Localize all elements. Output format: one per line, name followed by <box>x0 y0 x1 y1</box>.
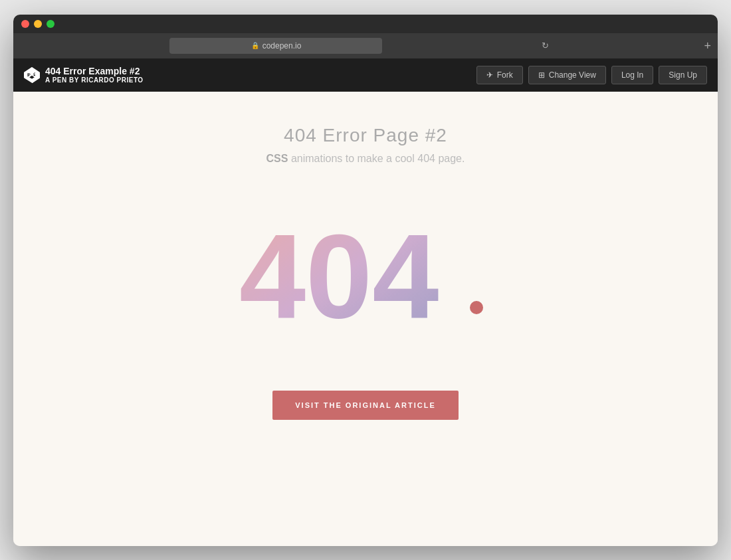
refresh-icon[interactable]: ↻ <box>542 41 549 50</box>
page-subtitle: CSS animations to make a cool 404 page. <box>266 153 465 165</box>
error-404-svg: 404 <box>233 205 498 337</box>
codepen-logo-icon <box>24 67 40 83</box>
pen-title: 404 Error Example #2 <box>45 66 144 76</box>
lock-icon: 🔒 <box>251 42 259 49</box>
address-bar: 🔒 codepen.io ↻ + <box>13 33 718 58</box>
visit-article-button[interactable]: VISIT THE ORIGINAL ARTICLE <box>272 391 459 420</box>
new-tab-button[interactable]: + <box>704 40 711 52</box>
page-title: 404 Error Page #2 <box>284 125 447 146</box>
minimize-button[interactable] <box>34 20 42 28</box>
pen-info: 404 Error Example #2 A PEN BY Ricardo Pr… <box>45 66 144 84</box>
fork-button[interactable]: ✈ Fork <box>476 66 523 84</box>
error-404-display: 404 <box>233 205 498 337</box>
signup-button[interactable]: Sign Up <box>659 66 707 84</box>
change-view-button[interactable]: ⊞ Change View <box>528 66 606 84</box>
codepen-navbar: 404 Error Example #2 A PEN BY Ricardo Pr… <box>13 58 718 92</box>
page-content: 404 Error Page #2 CSS animations to make… <box>13 92 718 546</box>
pen-author: A PEN BY Ricardo Prieto <box>45 76 144 84</box>
brand-area: 404 Error Example #2 A PEN BY Ricardo Pr… <box>24 66 476 84</box>
svg-text:404: 404 <box>239 209 439 337</box>
change-view-icon: ⊞ <box>538 70 545 80</box>
fork-icon: ✈ <box>486 70 493 80</box>
svg-point-1 <box>470 301 483 314</box>
url-box[interactable]: 🔒 codepen.io <box>169 38 382 54</box>
url-display: codepen.io <box>262 41 302 50</box>
subtitle-css: CSS <box>266 153 288 164</box>
subtitle-rest: animations to make a cool 404 page. <box>288 153 465 164</box>
browser-window: 🔒 codepen.io ↻ + 404 Error Example #2 A … <box>13 15 718 546</box>
title-bar <box>13 15 718 33</box>
close-button[interactable] <box>21 20 29 28</box>
nav-actions: ✈ Fork ⊞ Change View Log In Sign Up <box>476 66 707 84</box>
maximize-button[interactable] <box>47 20 54 28</box>
login-button[interactable]: Log In <box>611 66 653 84</box>
